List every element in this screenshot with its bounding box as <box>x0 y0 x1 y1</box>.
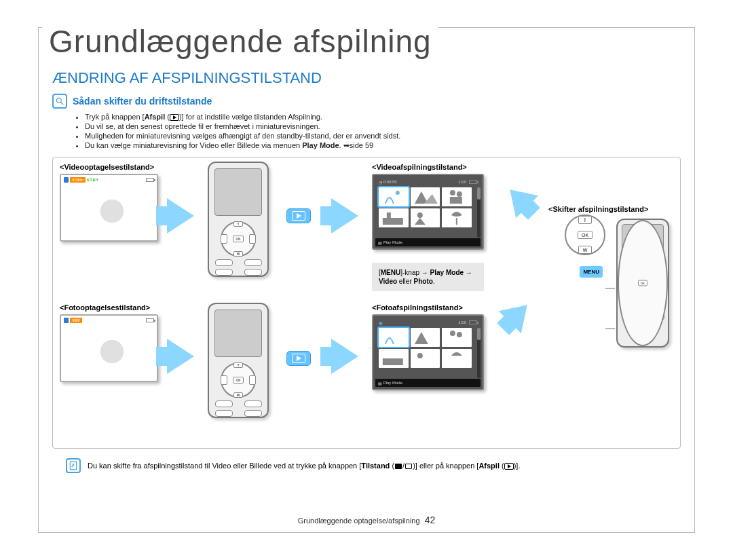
play-button-highlight <box>286 351 311 366</box>
instruction-list: Tryk på knappen [Afspil ()] for at indst… <box>85 113 681 150</box>
thumbnail <box>442 187 472 206</box>
device-illustration: T W OK <box>208 162 269 277</box>
thumbnail <box>379 349 409 368</box>
arrow-right-icon <box>331 198 358 234</box>
video-thumb-screen: ◔ 0:00:55 1/10 ▤ Play Mode <box>372 174 484 250</box>
svg-point-9 <box>450 331 455 336</box>
dpad-left <box>221 375 227 385</box>
dpad-up-label: T <box>578 216 592 224</box>
device-button <box>244 269 262 276</box>
page-indicator: 1/10 <box>458 320 466 324</box>
arrow-right-icon <box>331 339 358 374</box>
device-button <box>215 269 233 276</box>
battery-icon <box>469 180 477 184</box>
thumbnail <box>411 328 440 347</box>
menu-note: [MENU]-knap Play Mode Video eller Photo. <box>372 263 484 291</box>
svg-point-2 <box>396 191 400 195</box>
dpad-down-label: W <box>578 246 592 254</box>
text: Du kan skifte fra afspilningstilstand ti… <box>88 462 361 470</box>
arrow-up-icon <box>499 179 539 219</box>
text: eller <box>397 278 413 285</box>
dpad-ok: OK <box>233 236 244 242</box>
svg-point-3 <box>450 190 455 195</box>
dpad-ok-label: OK <box>578 231 593 239</box>
thumbnail <box>442 349 472 368</box>
svg-rect-11 <box>383 358 403 365</box>
dpad-ok: OK <box>233 377 244 384</box>
svg-point-8 <box>417 212 422 218</box>
battery-icon <box>146 178 154 182</box>
section-title: ÆNDRING AF AFSPILNINGSTILSTAND <box>52 69 681 87</box>
battery-icon <box>469 320 477 324</box>
text-bold: Video <box>379 278 397 285</box>
dpad-down: W <box>233 392 243 398</box>
battery-icon <box>146 318 154 322</box>
arrow-right-icon <box>167 198 194 234</box>
scrollbar <box>477 187 481 238</box>
thumbnail <box>411 349 440 368</box>
menu-icon: ▤ <box>378 240 382 245</box>
menu-button-highlight: MENU <box>580 266 603 278</box>
thumbnail <box>411 208 440 227</box>
dpad-down: W <box>233 251 243 257</box>
svg-rect-7 <box>387 212 391 218</box>
time-badge: 579Min <box>70 177 85 183</box>
text-bold: Play Mode <box>430 269 464 276</box>
svg-rect-13 <box>70 462 76 470</box>
stby-indicator: STBY <box>87 178 99 182</box>
dpad: T W OK <box>221 221 256 257</box>
device-illustration: T W OK <box>208 303 269 418</box>
text-bold: Tilstand <box>361 462 390 470</box>
text: Du kan vælge miniaturevisning for Video … <box>85 141 302 149</box>
note-icon <box>66 458 81 473</box>
photo-mode-icon <box>405 464 412 469</box>
play-button-highlight <box>286 208 311 223</box>
arrow-icon <box>466 268 472 277</box>
page-title: Grundlæggende afspilning <box>42 23 438 60</box>
device-button <box>215 410 233 417</box>
text: Tryk på knappen [ <box>85 113 145 121</box>
device-button <box>215 259 233 266</box>
timestamp: 0:00:55 <box>383 180 397 184</box>
thumbnail <box>379 328 409 347</box>
thumbnail <box>379 208 409 227</box>
device-screen <box>214 168 262 216</box>
bottom-bar-text: Play Mode <box>383 381 402 385</box>
device-button <box>244 400 262 407</box>
text: ( <box>500 462 504 470</box>
switch-mode-label: <Skifter afspilningstilstand> <box>548 205 648 213</box>
video-play-label: <Videoafspilningstilstand> <box>372 163 484 171</box>
menu-icon: ▤ <box>378 381 382 386</box>
svg-point-4 <box>457 191 462 197</box>
text-bold: Afspil <box>145 113 166 121</box>
text: ]-knap <box>400 269 421 276</box>
dpad-ok: OK <box>638 280 647 286</box>
dpad-left <box>221 234 227 244</box>
magnify-icon <box>52 94 67 109</box>
text: / <box>402 462 405 470</box>
text-bold: Play Mode <box>302 141 339 149</box>
play-icon <box>504 463 514 470</box>
text-bold: MENU <box>381 269 400 276</box>
dpad-right <box>249 234 256 244</box>
page-number: 42 <box>425 515 436 525</box>
bottom-bar-text: Play Mode <box>383 240 402 244</box>
thumbnail <box>379 187 409 206</box>
subsection-title: Sådan skifter du driftstilstande <box>73 96 212 107</box>
foto-play-label: <Fotoafspilningstilstand> <box>372 303 484 312</box>
thumbnail <box>442 328 472 347</box>
text: )] for at indstille vælge tilstanden Afs… <box>179 113 322 121</box>
thumbnail <box>411 187 440 206</box>
device-button <box>244 410 262 417</box>
scrollbar <box>477 328 481 378</box>
video-mode-icon <box>395 464 402 469</box>
list-item: Du vil se, at den senest oprettede fil e… <box>85 122 681 130</box>
text-bold: Photo <box>414 278 433 285</box>
text: ( <box>165 113 170 121</box>
page-indicator: 1/10 <box>458 180 466 184</box>
footer-text: Grundlæggende optagelse/afspilning <box>298 517 420 525</box>
silhouette-icon <box>92 331 132 372</box>
page-footer: Grundlæggende optagelse/afspilning 42 <box>39 515 694 525</box>
svg-rect-5 <box>450 197 462 204</box>
dpad-right <box>249 375 256 385</box>
